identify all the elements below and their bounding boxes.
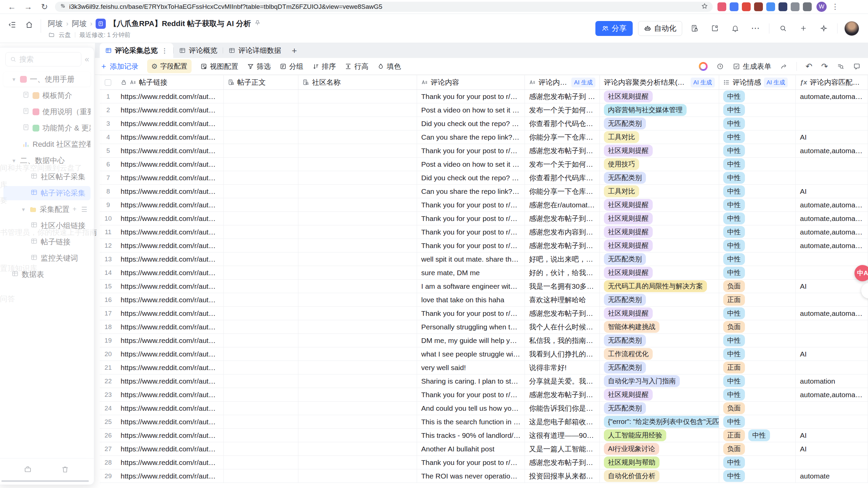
sidebar-item-监控关键词[interactable]: 监控关键词 (3, 251, 91, 265)
cell-body[interactable] (224, 117, 299, 130)
cell-body[interactable] (224, 158, 299, 171)
cell-link[interactable]: https://www.reddit.com/r/automati... (117, 239, 224, 252)
column-header-num[interactable] (100, 75, 117, 89)
cell-keywords[interactable]: automate,automation (796, 307, 868, 320)
cell-cluster[interactable]: 使用技巧 (600, 158, 719, 171)
cell-cluster[interactable]: 社区规则提醒 (600, 307, 719, 320)
cell-body[interactable] (224, 171, 299, 184)
cell-sentiment[interactable]: 中性 (719, 374, 796, 388)
cell-keywords[interactable] (796, 334, 868, 347)
table-row[interactable]: 17https://www.reddit.com/r/automati...Th… (100, 307, 868, 320)
cell-translation[interactable]: 分享就是关爱。我计划... (525, 374, 600, 388)
cell-keywords[interactable] (796, 361, 868, 374)
column-header-comment[interactable]: 评论内容 (417, 75, 525, 89)
cell-translation[interactable]: 感谢您发布帖子到r/auto... (525, 307, 600, 320)
cell-keywords[interactable] (796, 252, 868, 266)
cell-comment[interactable]: well spit it out mate. share the docu... (417, 252, 525, 266)
cell-link[interactable]: https://www.reddit.com/r/automati... (117, 144, 224, 157)
undo-icon[interactable]: ↶ (806, 62, 812, 71)
cell-comment[interactable]: Personally struggling when to use ro... (417, 320, 525, 333)
browser-extension-icon[interactable] (778, 2, 787, 11)
doc-security-icon[interactable] (688, 22, 701, 35)
cell-link[interactable]: https://www.reddit.com/r/automati... (117, 130, 224, 144)
cell-cluster[interactable]: 社区规则提醒 (600, 144, 719, 157)
cell-body[interactable] (224, 144, 299, 157)
cell-comment[interactable]: sure mate, DM me (417, 266, 525, 279)
table-row[interactable]: 21https://www.reddit.com/r/automati...ve… (100, 361, 868, 374)
cell-community[interactable] (298, 225, 417, 239)
cell-keywords[interactable] (796, 320, 868, 333)
table-row[interactable]: 5https://www.reddit.com/r/automati...Tha… (100, 144, 868, 158)
cell-sentiment[interactable]: 负面 (719, 402, 796, 415)
cell-body[interactable] (224, 90, 299, 103)
generate-form-button[interactable]: 生成表单 (733, 62, 771, 71)
cell-translation[interactable]: 这是您电子邮箱收件箱... (525, 415, 600, 428)
cell-comment[interactable]: Thank you for your post to r/automa... (417, 307, 525, 320)
cell-translation[interactable]: 投资回报率从来都不是... (525, 469, 600, 483)
cell-num[interactable]: 16 (100, 293, 117, 306)
cell-num[interactable]: 8 (100, 185, 117, 198)
cell-cluster[interactable]: 社区规则提醒 (600, 90, 719, 103)
column-header-community[interactable]: 社区名称 (298, 75, 417, 89)
table-row[interactable]: 25https://www.reddit.com/r/automati...Th… (100, 415, 868, 429)
sidebar-item-社区小组链接[interactable]: 社区小组链接 (3, 219, 91, 233)
cell-translation[interactable]: 又是一篇人工智能胡扯... (525, 442, 600, 455)
table-row[interactable]: 15https://www.reddit.com/r/automati...I … (100, 280, 868, 293)
cell-comment[interactable]: Thank you for your post to r/automa... (417, 212, 525, 225)
column-header-sentiment[interactable]: 评论情感AI 生成 (719, 75, 796, 89)
sidebar-item-功能简介-更新-[interactable]: 功能简介 & 更新... (3, 121, 91, 135)
cell-keywords[interactable] (796, 415, 868, 428)
cell-num[interactable]: 26 (100, 429, 117, 442)
sidebar-item-采集配置[interactable]: ▾采集配置+☰ (3, 202, 91, 217)
address-bar[interactable]: i3k3w6il9z.feishu.cn/base/E7RYbxToHaEGFs… (55, 2, 713, 12)
cell-num[interactable]: 3 (100, 117, 117, 130)
cell-link[interactable]: https://www.reddit.com/r/automati... (117, 361, 224, 374)
sidebar-item-帖子链接[interactable]: 帖子链接 (3, 235, 91, 249)
cell-cluster[interactable]: 无匹配类别 (600, 252, 719, 266)
cell-body[interactable] (224, 293, 299, 306)
cell-community[interactable] (298, 320, 417, 333)
cell-keywords[interactable]: automate,automation (796, 212, 868, 225)
cell-translation[interactable]: 好吧，说出来吧，伙计... (525, 252, 600, 266)
redo-icon[interactable]: ↷ (821, 62, 828, 71)
cell-num[interactable]: 12 (100, 239, 117, 252)
breadcrumb-item[interactable]: 阿坡 (72, 19, 87, 29)
collapse-sidebar-icon[interactable]: « (85, 55, 89, 64)
cell-translation[interactable]: 感谢您发布帖子到r/auto... (525, 456, 600, 469)
ai-assistant-icon[interactable] (699, 62, 708, 71)
cell-num[interactable]: 22 (100, 374, 117, 388)
cell-comment[interactable]: Thank you for your post to r/automa... (417, 198, 525, 211)
cell-community[interactable] (298, 415, 417, 428)
cell-community[interactable] (298, 90, 417, 103)
cell-sentiment[interactable]: 负面 (719, 280, 796, 293)
history-icon[interactable] (716, 63, 724, 70)
cell-link[interactable]: https://www.reddit.com/r/automati... (117, 442, 224, 455)
table-row[interactable]: 27https://www.reddit.com/r/automati...An… (100, 442, 868, 456)
cell-link[interactable]: https://www.reddit.com/r/automati... (117, 374, 224, 388)
cell-link[interactable]: https://www.reddit.com/r/automati... (117, 388, 224, 401)
cell-sentiment[interactable]: 中性 (719, 185, 796, 198)
cell-community[interactable] (298, 171, 417, 184)
cell-keywords[interactable]: AI (796, 442, 868, 455)
sidebar-item-数据表[interactable]: 数据表 (3, 267, 91, 282)
cell-translation[interactable]: 我个人在什么时候使用... (525, 320, 600, 333)
pin-icon[interactable] (254, 19, 261, 28)
cell-cluster[interactable]: 社区规则提醒 (600, 239, 719, 252)
table-row[interactable]: 22https://www.reddit.com/r/automati...Sh… (100, 374, 868, 388)
cell-community[interactable] (298, 130, 417, 144)
cell-body[interactable] (224, 320, 299, 333)
table-row[interactable]: 20https://www.reddit.com/r/automati...wh… (100, 347, 868, 361)
caret-down-icon[interactable]: ▾ (20, 206, 26, 213)
cell-sentiment[interactable]: 中性 (719, 130, 796, 144)
cell-body[interactable] (224, 185, 299, 198)
back-icon[interactable]: ← (6, 1, 18, 13)
cell-sentiment[interactable]: 中性 (719, 415, 796, 428)
cell-link[interactable]: https://www.reddit.com/r/automati... (117, 185, 224, 198)
cell-translation[interactable]: 发布一个关于如何设置... (525, 103, 600, 117)
cell-community[interactable] (298, 252, 417, 266)
cell-translation[interactable]: 私信我，我的指南会帮... (525, 334, 600, 347)
cell-num[interactable]: 14 (100, 266, 117, 279)
cell-sentiment[interactable]: 负面 (719, 320, 796, 333)
bookmark-star-icon[interactable] (701, 3, 708, 11)
cell-keywords[interactable]: automate,automation (796, 144, 868, 157)
